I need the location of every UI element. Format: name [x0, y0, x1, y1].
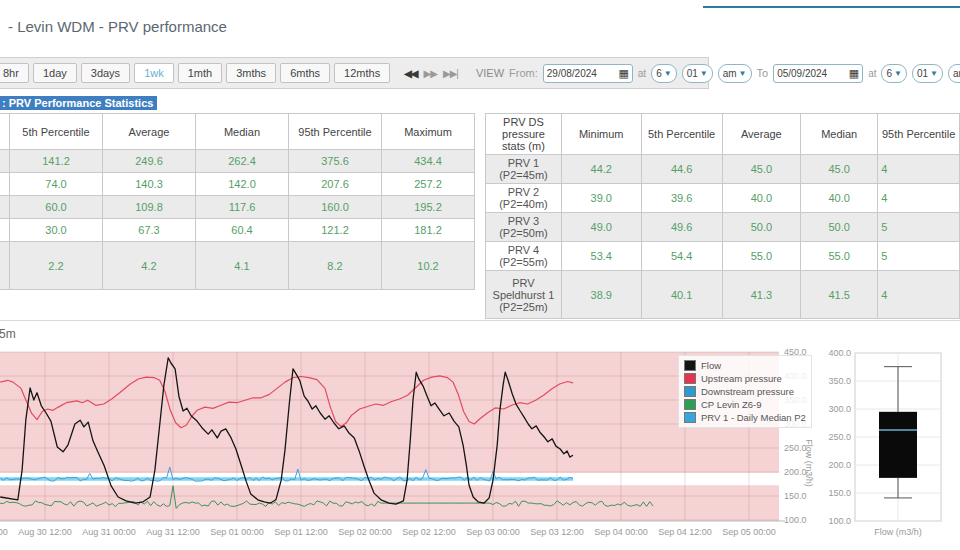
row-label: PRV 1 (P2=45m) [486, 155, 562, 184]
calendar-icon[interactable]: ▦ [849, 67, 859, 80]
svg-text:Flow (m3/h): Flow (m3/h) [804, 439, 814, 487]
skip-back-icon[interactable]: ◀◀ [404, 68, 417, 79]
range-button-1wk[interactable]: 1wk [134, 63, 174, 83]
row-label [0, 242, 10, 290]
from-hour-select[interactable]: 6▼ [651, 64, 676, 83]
stat-value: 117.6 [196, 196, 289, 219]
fast-forward-icon[interactable]: ▶▶ [424, 68, 437, 79]
flow-stats-table: 5th PercentileAverageMedian95th Percenti… [0, 113, 475, 290]
legend-swatch [684, 412, 696, 423]
to-date-input[interactable]: 05/09/2024 ▦ [773, 64, 863, 83]
range-button-1mth[interactable]: 1mth [178, 63, 222, 83]
stat-value: 5 [878, 213, 960, 242]
svg-text:Sep 02 12:00: Sep 02 12:00 [402, 527, 456, 537]
stat-value: 45.0 [722, 155, 801, 184]
column-header: Median [196, 114, 289, 150]
svg-text:400.0: 400.0 [828, 348, 851, 358]
range-button-8hr[interactable]: 8hr [0, 63, 29, 83]
chart-nav-group: ◀◀ ▶▶ ▶▶| [404, 68, 458, 79]
row-label [0, 150, 10, 173]
pressure-stats-table: PRV DS pressure stats (m)Minimum5th Perc… [485, 113, 960, 319]
stat-value: 375.6 [289, 150, 382, 173]
stat-value: 40.1 [641, 271, 722, 319]
column-header: Average [103, 114, 196, 150]
from-minute-select[interactable]: 01▼ [682, 64, 713, 83]
svg-text:Sep 03 00:00: Sep 03 00:00 [466, 527, 520, 537]
row-label: PRV Speldhurst 1 (P2=25m) [486, 271, 562, 319]
svg-text:Sep 02 00:00: Sep 02 00:00 [338, 527, 392, 537]
svg-text:350.0: 350.0 [828, 376, 851, 386]
at-label-to: at [868, 68, 876, 79]
table-row: 2.24.24.18.210.2 [0, 242, 475, 290]
svg-text:Aug 30 00:00: Aug 30 00:00 [0, 527, 8, 537]
legend-label: Downstream pressure [701, 386, 794, 397]
stat-value: 50.0 [801, 213, 878, 242]
calendar-icon[interactable]: ▦ [618, 67, 628, 80]
from-date-input[interactable]: 29/08/2024 ▦ [543, 64, 633, 83]
stats-section-title: : PRV Performance Statistics [0, 96, 157, 110]
stat-value: 41.3 [722, 271, 801, 319]
pressure-table-header-row: PRV DS pressure stats (m)Minimum5th Perc… [486, 114, 960, 155]
legend-item: Upstream pressure [684, 372, 806, 385]
stat-value: 8.2 [289, 242, 382, 290]
stat-value: 207.6 [289, 173, 382, 196]
table-row: PRV 1 (P2=45m)44.244.645.045.04 [486, 155, 960, 184]
time-range-toolbar: 8hr1day3days1wk1mth3mths6mths12mths ◀◀ ▶… [0, 57, 709, 89]
legend-swatch [684, 373, 696, 384]
from-ampm-select[interactable]: am▼ [718, 64, 752, 83]
column-header: Maximum [382, 114, 475, 150]
stat-value: 39.0 [561, 184, 641, 213]
stat-value: 4.1 [196, 242, 289, 290]
top-accent-line [703, 6, 960, 8]
chevron-down-icon: ▼ [700, 69, 708, 78]
row-label: PRV 3 (P2=50m) [486, 213, 562, 242]
legend-label: CP Levin Z6-9 [701, 399, 762, 410]
range-button-6mths[interactable]: 6mths [280, 63, 330, 83]
table-row: PRV 4 (P2=55m)53.454.455.055.05 [486, 242, 960, 271]
stat-value: 40.0 [722, 184, 801, 213]
range-button-12mths[interactable]: 12mths [334, 63, 390, 83]
table-row: 30.067.360.4121.2181.2 [0, 219, 475, 242]
column-header: Average [722, 114, 801, 155]
legend-swatch [684, 360, 696, 371]
chevron-down-icon: ▼ [930, 69, 938, 78]
range-button-3days[interactable]: 3days [81, 63, 130, 83]
stat-value: 38.9 [561, 271, 641, 319]
stat-value: 74.0 [10, 173, 103, 196]
prv-performance-chart[interactable]: 450.0400.0350.0300.0250.0200.0150.0100.0… [0, 345, 960, 550]
table-row: 60.0109.8117.6160.0195.2 [0, 196, 475, 219]
stat-value: 45.0 [801, 155, 878, 184]
page-title: - Levin WDM - PRV performance [8, 18, 227, 35]
range-button-1day[interactable]: 1day [33, 63, 77, 83]
stat-value: 160.0 [289, 196, 382, 219]
stat-value: 4 [878, 155, 960, 184]
stat-value: 10.2 [382, 242, 475, 290]
svg-text:Aug 30 12:00: Aug 30 12:00 [18, 527, 72, 537]
stat-value: 140.3 [103, 173, 196, 196]
row-label [0, 219, 10, 242]
skip-to-end-icon[interactable]: ▶▶| [443, 68, 458, 79]
view-controls: VIEW From: 29/08/2024 ▦ at 6▼ 01▼ am▼ To… [476, 63, 960, 83]
from-date-value: 29/08/2024 [547, 68, 597, 79]
table-row: PRV 3 (P2=50m)49.049.650.050.05 [486, 213, 960, 242]
to-date-value: 05/09/2024 [777, 68, 827, 79]
svg-text:100.0: 100.0 [828, 516, 851, 526]
svg-text:200.0: 200.0 [828, 460, 851, 470]
to-hour-select[interactable]: 6▼ [881, 64, 906, 83]
stat-value: 44.6 [641, 155, 722, 184]
stat-value: 53.4 [561, 242, 641, 271]
stat-value: 109.8 [103, 196, 196, 219]
svg-text:Flow (m3/h): Flow (m3/h) [874, 527, 922, 537]
flow-table-header-row: 5th PercentileAverageMedian95th Percenti… [0, 114, 475, 150]
row-label [0, 196, 10, 219]
to-minute-select[interactable]: 01▼ [912, 64, 943, 83]
column-header: PRV DS pressure stats (m) [486, 114, 562, 155]
legend-item: PRV 1 - Daily Median P2 [684, 411, 806, 424]
column-header: 5th Percentile [10, 114, 103, 150]
legend-item: Downstream pressure [684, 385, 806, 398]
range-button-3mths[interactable]: 3mths [226, 63, 276, 83]
to-ampm-select[interactable]: am▼ [948, 64, 960, 83]
column-header: Median [801, 114, 878, 155]
svg-text:Sep 04 12:00: Sep 04 12:00 [658, 527, 712, 537]
chart-title: t P2=45m [0, 327, 16, 341]
